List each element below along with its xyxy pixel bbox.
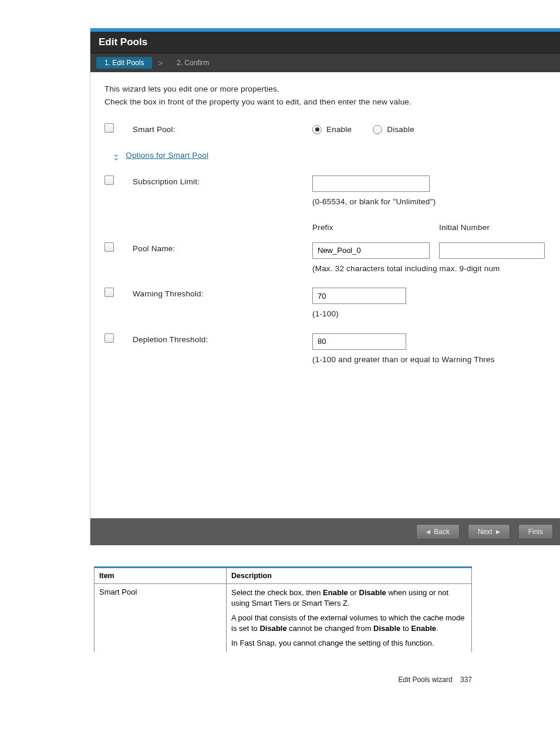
depletion-threshold-hint: (1-100 and greater than or equal to Warn… — [312, 353, 560, 366]
wizard-panel: Edit Pools 1. Edit Pools > 2. Confirm Th… — [90, 28, 560, 545]
row-subscription-limit: Subscription Limit: (0-65534, or blank f… — [104, 175, 560, 208]
prefix-header: Prefix — [312, 221, 439, 234]
depletion-threshold-input[interactable] — [312, 333, 406, 350]
back-button-label: Back — [434, 528, 450, 536]
wizard-footer: ◀ Back Next ▶ Finis — [90, 518, 560, 545]
page-footer: Edit Pools wizard 337 — [0, 676, 472, 696]
warning-threshold-label: Warning Threshold: — [133, 288, 312, 301]
depletion-threshold-label: Depletion Threshold: — [133, 333, 312, 346]
warning-threshold-hint: (1-100) — [312, 308, 560, 320]
next-button-label: Next — [478, 528, 492, 536]
table-row: Smart PoolSelect the check box, then Ena… — [95, 584, 472, 652]
step-label: Edit Pools — [112, 59, 144, 67]
description-table-wrap: Item Description Smart PoolSelect the ch… — [94, 566, 472, 652]
checkbox-warning-threshold[interactable] — [104, 288, 114, 297]
checkbox-depletion-threshold[interactable] — [104, 333, 114, 343]
next-button[interactable]: Next ▶ — [468, 524, 510, 539]
initial-number-header: Initial Number — [439, 221, 490, 234]
header-item: Item — [95, 568, 227, 584]
radio-disable[interactable] — [373, 125, 382, 134]
wizard-content: This wizard lets you edit one or more pr… — [90, 72, 560, 518]
disable-label: Disable — [387, 123, 414, 136]
subscription-limit-hint: (0-65534, or blank for "Unlimited") — [312, 195, 560, 208]
triangle-right-icon: ▶ — [496, 529, 500, 535]
checkbox-subscription-limit[interactable] — [104, 175, 114, 185]
description-cell: Select the check box, then Enable or Dis… — [227, 584, 472, 652]
header-description: Description — [227, 568, 472, 584]
finish-button-label: Finis — [528, 528, 543, 536]
enable-label: Enable — [326, 123, 352, 136]
row-pool-name: Pool Name: (Max. 32 characters total inc… — [104, 242, 560, 275]
finish-button[interactable]: Finis — [518, 524, 553, 539]
row-smart-pool: Smart Pool: Enable Disable — [104, 123, 560, 136]
row-pool-name-headers: Prefix Initial Number — [104, 221, 560, 239]
pool-name-label: Pool Name: — [133, 242, 312, 255]
footer-title: Edit Pools wizard — [399, 676, 453, 684]
intro-line1: This wizard lets you edit one or more pr… — [104, 83, 560, 96]
wizard-title: Edit Pools — [90, 32, 560, 53]
row-depletion-threshold: Depletion Threshold: (1-100 and greater … — [104, 333, 560, 366]
pool-name-prefix-input[interactable] — [312, 242, 430, 259]
options-smart-pool-link[interactable]: ⌄⌄ Options for Smart Pool — [113, 149, 560, 162]
checkbox-smart-pool[interactable] — [104, 123, 114, 133]
row-warning-threshold: Warning Threshold: (1-100) — [104, 288, 560, 320]
triangle-left-icon: ◀ — [426, 529, 430, 535]
intro-text: This wizard lets you edit one or more pr… — [104, 83, 560, 108]
chevron-double-down-icon: ⌄⌄ — [113, 152, 120, 159]
subscription-limit-label: Subscription Limit: — [133, 175, 312, 188]
wizard-step-1[interactable]: 1. Edit Pools — [96, 57, 152, 69]
description-table: Item Description Smart PoolSelect the ch… — [94, 566, 472, 652]
item-cell: Smart Pool — [95, 584, 227, 652]
smart-pool-radio-group: Enable Disable — [312, 123, 560, 136]
footer-page-number: 337 — [460, 676, 472, 684]
step-index: 1. — [104, 59, 110, 67]
radio-enable[interactable] — [312, 125, 322, 134]
step-label: Confirm — [184, 59, 209, 67]
checkbox-pool-name[interactable] — [104, 242, 114, 252]
back-button[interactable]: ◀ Back — [416, 524, 460, 539]
pool-name-initial-input[interactable] — [439, 242, 545, 259]
wizard-steps: 1. Edit Pools > 2. Confirm — [90, 53, 560, 72]
subscription-limit-input[interactable] — [312, 175, 430, 192]
chevron-right-icon: > — [158, 59, 163, 67]
intro-line2: Check the box in front of the property y… — [104, 96, 560, 109]
radio-dot-icon — [315, 127, 319, 131]
step-index: 2. — [177, 59, 183, 67]
wizard-step-2[interactable]: 2. Confirm — [168, 57, 217, 69]
pool-name-hint: (Max. 32 characters total including max.… — [312, 262, 560, 275]
smart-pool-label: Smart Pool: — [133, 123, 312, 136]
options-link-text: Options for Smart Pool — [126, 149, 208, 162]
warning-threshold-input[interactable] — [312, 288, 406, 304]
